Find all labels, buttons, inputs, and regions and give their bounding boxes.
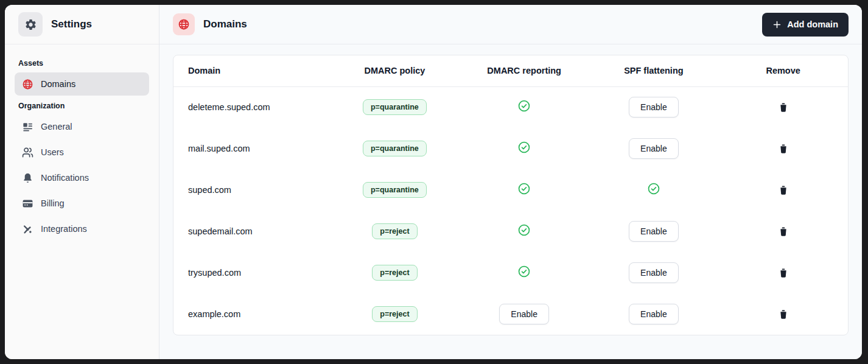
enabled-check-icon (517, 265, 531, 278)
remove-cell (718, 86, 848, 128)
sidebar: Settings Assets Domains Organization Gen… (5, 5, 159, 359)
domain-name: example.com (188, 309, 240, 319)
sidebar-title: Settings (51, 18, 92, 30)
column-header-spf-flattening: SPF flattening (589, 55, 719, 86)
trash-icon (778, 267, 789, 279)
credit-card-icon (22, 198, 33, 209)
enable-button[interactable]: Enable (629, 138, 679, 159)
trash-icon (778, 226, 789, 237)
table-header-row: Domain DMARC policy DMARC reporting SPF … (173, 55, 848, 86)
sidebar-item-domains[interactable]: Domains (15, 72, 149, 96)
column-header-dmarc-reporting: DMARC reporting (460, 55, 589, 86)
enabled-check-icon (517, 141, 531, 154)
sidebar-item-notifications[interactable]: Notifications (15, 166, 149, 189)
enable-button[interactable]: Enable (629, 221, 679, 242)
domain-cell: mail.suped.com (173, 128, 330, 169)
dmarc-policy-cell: p=quarantine (330, 86, 460, 128)
domains-table: Domain DMARC policy DMARC reporting SPF … (173, 55, 848, 335)
sidebar-item-general[interactable]: General (15, 115, 149, 138)
domain-name: mail.suped.com (188, 144, 250, 153)
bell-icon (22, 172, 33, 184)
domain-name: suped.com (188, 185, 231, 195)
general-icon (22, 121, 33, 133)
table-row: deleteme.suped.com p=quarantine Enable (173, 86, 848, 128)
enabled-check-icon (647, 182, 660, 195)
remove-cell (718, 293, 848, 335)
integrations-icon (22, 223, 33, 235)
dmarc-reporting-cell (460, 86, 589, 128)
table-row: suped.com p=quarantine (173, 169, 848, 211)
dmarc-reporting-cell (460, 252, 589, 293)
section-label-organization: Organization (18, 102, 145, 110)
gear-icon (24, 18, 37, 31)
spf-flattening-cell (589, 169, 719, 211)
delete-domain-button[interactable] (775, 141, 791, 157)
main-header: Domains Add domain (159, 5, 862, 44)
domains-icon-tile (173, 13, 195, 35)
domain-name: trysuped.com (188, 268, 241, 278)
sidebar-item-label: Users (41, 147, 64, 157)
delete-domain-button[interactable] (775, 223, 791, 240)
spf-flattening-cell: Enable (589, 252, 719, 293)
sidebar-item-label: General (41, 122, 72, 131)
page-title: Domains (203, 18, 247, 30)
dmarc-policy-cell: p=reject (330, 211, 460, 252)
remove-cell (718, 211, 848, 252)
sidebar-item-billing[interactable]: Billing (15, 192, 149, 215)
enable-button[interactable]: Enable (499, 304, 549, 324)
domain-name: deleteme.suped.com (188, 102, 270, 112)
column-header-remove: Remove (718, 55, 848, 86)
domain-cell: supedemail.com (173, 211, 330, 252)
spf-flattening-cell: Enable (589, 293, 719, 335)
globe-icon (178, 18, 190, 30)
add-domain-button[interactable]: Add domain (762, 13, 849, 37)
enabled-check-icon (517, 182, 531, 195)
table-row: mail.suped.com p=quarantine Enable (173, 128, 848, 169)
dmarc-policy-cell: p=reject (330, 293, 460, 335)
delete-domain-button[interactable] (775, 99, 791, 116)
dmarc-policy-cell: p=reject (330, 252, 460, 293)
app-window: Settings Assets Domains Organization Gen… (5, 5, 862, 359)
domains-table-card: Domain DMARC policy DMARC reporting SPF … (173, 55, 849, 335)
delete-domain-button[interactable] (775, 306, 791, 323)
enabled-check-icon (517, 99, 531, 113)
trash-icon (778, 309, 789, 320)
add-domain-button-label: Add domain (787, 19, 838, 29)
domain-cell: example.com (173, 293, 330, 335)
dmarc-reporting-cell (460, 169, 589, 211)
spf-flattening-cell: Enable (589, 86, 719, 128)
delete-domain-button[interactable] (775, 265, 791, 281)
sidebar-item-label: Billing (41, 198, 65, 208)
sidebar-nav: Assets Domains Organization General User… (5, 44, 159, 251)
domain-cell: trysuped.com (173, 252, 330, 293)
dmarc-policy-badge: p=quarantine (363, 99, 427, 115)
content-area: Domain DMARC policy DMARC reporting SPF … (159, 44, 862, 346)
dmarc-policy-badge: p=reject (372, 265, 417, 281)
spf-flattening-cell: Enable (589, 128, 719, 169)
sidebar-item-label: Integrations (41, 224, 87, 234)
remove-cell (718, 128, 848, 169)
table-row: example.com p=reject Enable Enable (173, 293, 848, 335)
sidebar-item-users[interactable]: Users (15, 141, 149, 164)
sidebar-item-label: Notifications (41, 173, 89, 183)
enable-button[interactable]: Enable (629, 97, 679, 117)
sidebar-item-label: Domains (41, 79, 75, 89)
dmarc-reporting-cell (460, 128, 589, 169)
users-icon (22, 147, 33, 158)
delete-domain-button[interactable] (775, 182, 791, 198)
sidebar-item-integrations[interactable]: Integrations (15, 217, 149, 240)
trash-icon (778, 102, 789, 113)
column-header-dmarc-policy: DMARC policy (330, 55, 460, 86)
sidebar-header: Settings (5, 5, 159, 44)
dmarc-policy-badge: p=reject (372, 306, 417, 322)
dmarc-reporting-cell: Enable (460, 293, 589, 335)
enable-button[interactable]: Enable (629, 304, 679, 324)
domain-name: supedemail.com (188, 226, 253, 236)
enable-button[interactable]: Enable (629, 262, 679, 283)
enabled-check-icon (517, 223, 531, 237)
dmarc-policy-badge: p=reject (372, 223, 417, 239)
remove-cell (718, 252, 848, 293)
table-row: trysuped.com p=reject Enable (173, 252, 848, 293)
column-header-domain: Domain (173, 55, 330, 86)
domain-cell: deleteme.suped.com (173, 86, 330, 128)
